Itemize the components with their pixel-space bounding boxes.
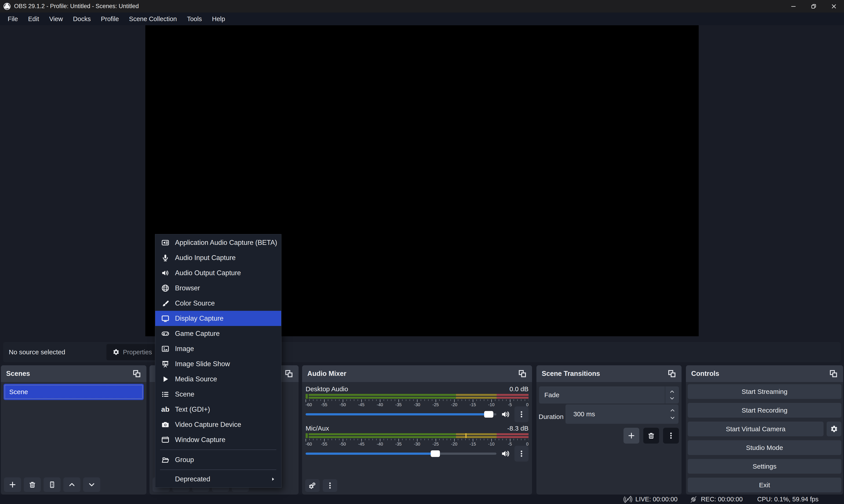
context-item-color-source[interactable]: Color Source <box>155 295 281 311</box>
obs-logo-icon <box>3 2 11 10</box>
dots-icon <box>518 410 525 418</box>
trash-button[interactable] <box>24 478 41 492</box>
volume-meter <box>306 433 528 438</box>
popout-icon[interactable] <box>132 369 141 378</box>
scenes-panel-header: Scenes <box>1 365 146 382</box>
menu-tools[interactable]: Tools <box>182 13 207 25</box>
context-item-image[interactable]: Image <box>155 341 281 356</box>
filter-button[interactable] <box>43 478 61 492</box>
popout-icon[interactable] <box>829 369 838 378</box>
mixer-channel-desktop-audio: Desktop Audio0.0 dB-60-55-50-45-40-35-30… <box>306 384 528 419</box>
gear-icon <box>830 425 838 433</box>
db-tick-label: -20 <box>451 402 457 407</box>
cpu-fps-stats: CPU: 0.1%, 59.94 fps <box>757 496 819 503</box>
channel-options-button[interactable] <box>515 446 528 462</box>
scenes-list: Scene <box>1 384 146 400</box>
dots-button[interactable] <box>323 479 337 492</box>
volume-slider-handle[interactable] <box>431 450 440 457</box>
audio-mixer-header: Audio Mixer <box>302 365 532 382</box>
settings-button[interactable]: Settings <box>688 459 841 474</box>
db-tick-label: -55 <box>321 442 327 447</box>
minimize-icon <box>790 3 797 10</box>
menu-file[interactable]: File <box>3 13 23 25</box>
context-item-audio-output-capture[interactable]: Audio Output Capture <box>155 265 281 281</box>
db-tick-label: -25 <box>432 442 439 447</box>
context-item-image-slide-show[interactable]: Image Slide Show <box>155 356 281 372</box>
studio-mode-button[interactable]: Studio Mode <box>688 440 841 455</box>
plus-button[interactable] <box>624 428 639 444</box>
db-tick-label: -60 <box>306 402 312 407</box>
restore-button[interactable] <box>804 0 824 13</box>
scene-list-item[interactable]: Scene <box>3 384 144 400</box>
db-tick-label: -45 <box>358 402 364 407</box>
context-item-video-capture-device[interactable]: Video Capture Device <box>155 417 281 432</box>
start-virtual-camera-button[interactable]: Start Virtual Camera <box>688 421 824 436</box>
db-tick-label: -20 <box>451 442 457 447</box>
controls-header: Controls <box>686 365 843 382</box>
gear-icon <box>112 348 120 356</box>
popout-icon[interactable] <box>285 369 293 378</box>
transition-select-arrows[interactable] <box>665 386 679 403</box>
db-tick-label: -15 <box>470 442 476 447</box>
menu-scene-collection[interactable]: Scene Collection <box>124 13 182 25</box>
db-tick-label: -5 <box>508 402 512 407</box>
context-item-label: Color Source <box>175 299 215 307</box>
menu-edit[interactable]: Edit <box>23 13 44 25</box>
start-streaming-button[interactable]: Start Streaming <box>688 384 841 399</box>
popout-icon[interactable] <box>667 369 676 378</box>
context-item-browser[interactable]: Browser <box>155 281 281 295</box>
context-item-scene[interactable]: Scene <box>155 386 281 402</box>
scene-transitions-header: Scene Transitions <box>536 365 682 382</box>
context-item-game-capture[interactable]: Game Capture <box>155 326 281 341</box>
close-button[interactable] <box>824 0 844 13</box>
context-item-window-capture[interactable]: Window Capture <box>155 432 281 447</box>
context-item-media-source[interactable]: Media Source <box>155 372 281 386</box>
menu-profile[interactable]: Profile <box>96 13 124 25</box>
properties-button[interactable]: Properties <box>106 344 158 360</box>
context-item-audio-input-capture[interactable]: Audio Input Capture <box>155 250 281 265</box>
db-tick-label: -60 <box>306 442 312 447</box>
scenes-panel: Scenes Scene <box>1 365 146 494</box>
chevron-down-button[interactable] <box>83 478 100 492</box>
trash-button[interactable] <box>643 428 659 444</box>
popout-icon[interactable] <box>518 369 527 378</box>
chevron-down-icon <box>670 415 676 421</box>
plus-button[interactable] <box>4 478 21 492</box>
channel-options-button[interactable] <box>515 407 528 422</box>
context-item-display-capture[interactable]: Display Capture <box>155 311 281 326</box>
context-item-label: Scene <box>175 390 194 398</box>
start-recording-button[interactable]: Start Recording <box>688 403 841 418</box>
exit-button[interactable]: Exit <box>688 478 841 492</box>
volume-slider[interactable] <box>306 413 497 415</box>
db-tick-label: 0 <box>526 402 528 407</box>
channel-db-value: -8.3 dB <box>507 425 528 432</box>
mixer-channel-mic-aux: Mic/Aux-8.3 dB-60-55-50-45-40-35-30-25-2… <box>306 424 528 458</box>
transitions-toolbar <box>624 428 679 444</box>
transition-value: Fade <box>544 391 559 399</box>
duration-spinbox[interactable]: 300 ms <box>565 404 679 424</box>
transition-select[interactable]: Fade <box>539 386 679 403</box>
virtual-camera-settings-button[interactable] <box>827 421 841 436</box>
context-item-label: Game Capture <box>175 330 220 338</box>
speaker-icon[interactable] <box>501 449 510 458</box>
peak-marker <box>465 433 467 438</box>
context-item-group[interactable]: Group <box>155 452 281 467</box>
context-item-application-audio-capture-beta[interactable]: Application Audio Capture (BETA) <box>155 235 281 250</box>
speaker-icon[interactable] <box>501 410 510 419</box>
text-gdi-icon: ab <box>161 405 170 413</box>
chevron-up-button[interactable] <box>63 478 80 492</box>
db-tick-label: -45 <box>358 442 364 447</box>
menu-help[interactable]: Help <box>207 13 230 25</box>
dots-button[interactable] <box>663 428 679 444</box>
volume-slider[interactable] <box>306 453 497 455</box>
context-item-deprecated[interactable]: Deprecated <box>155 472 281 486</box>
gears-button[interactable] <box>305 479 320 492</box>
menu-view[interactable]: View <box>44 13 68 25</box>
menu-docks[interactable]: Docks <box>68 13 96 25</box>
minimize-button[interactable] <box>783 0 804 13</box>
volume-slider-handle[interactable] <box>484 411 493 418</box>
context-item-text-gdi[interactable]: abText (GDI+) <box>155 402 281 417</box>
duration-spin-arrows[interactable] <box>670 404 676 424</box>
chevron-up-icon <box>68 481 76 489</box>
context-item-label: Browser <box>175 284 200 292</box>
